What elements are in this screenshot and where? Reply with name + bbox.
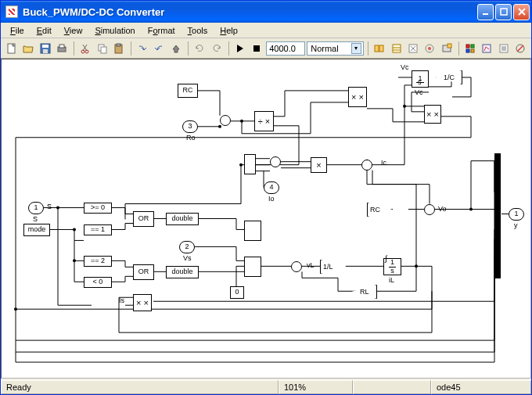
svg-rect-28 bbox=[448, 44, 451, 48]
vl-label: vL bbox=[307, 261, 315, 269]
or-block-2[interactable]: OR bbox=[133, 264, 154, 280]
svg-point-26 bbox=[428, 47, 431, 50]
svg-rect-31 bbox=[466, 49, 469, 52]
dropdown-arrow-icon: ▾ bbox=[351, 43, 361, 54]
inport-io-label: Io bbox=[268, 195, 275, 203]
const-zero[interactable]: 0 bbox=[230, 286, 244, 299]
status-ready: Ready bbox=[1, 380, 279, 394]
inport-s[interactable]: 1 bbox=[28, 202, 44, 214]
product-block-1[interactable]: × × bbox=[348, 87, 367, 107]
stop-time-input[interactable] bbox=[266, 41, 305, 56]
copy-button[interactable] bbox=[95, 40, 110, 57]
tb-icon-9[interactable] bbox=[513, 40, 528, 57]
sum-mid[interactable] bbox=[270, 156, 281, 167]
tb-icon-7[interactable] bbox=[480, 40, 494, 57]
new-button[interactable] bbox=[4, 40, 19, 57]
save-button[interactable] bbox=[38, 40, 52, 57]
tb-icon-5[interactable] bbox=[439, 40, 454, 57]
divide-block[interactable]: ÷ × bbox=[254, 111, 274, 131]
vc-top-label: Vc bbox=[401, 63, 409, 71]
tb-icon-2[interactable] bbox=[389, 40, 404, 57]
compare-eq2[interactable]: == 2 bbox=[84, 256, 112, 267]
ic-label: Ic bbox=[381, 159, 386, 167]
svg-rect-7 bbox=[43, 49, 48, 53]
product-is[interactable]: × × bbox=[133, 294, 152, 311]
tb-icon-8[interactable] bbox=[496, 40, 511, 57]
svg-rect-17 bbox=[117, 44, 120, 46]
tb-icon-4[interactable] bbox=[422, 40, 437, 57]
compare-lt0[interactable]: < 0 bbox=[84, 277, 112, 288]
inport-ro[interactable]: 3 bbox=[182, 120, 198, 133]
inport-ro-label: Ro bbox=[186, 134, 196, 142]
inport-vs[interactable]: 2 bbox=[179, 241, 195, 253]
switch-block-1[interactable] bbox=[244, 154, 256, 174]
svg-rect-9 bbox=[59, 45, 64, 48]
switch-block-2[interactable] bbox=[244, 221, 261, 241]
svg-point-47 bbox=[56, 206, 59, 210]
find-button[interactable] bbox=[209, 40, 224, 57]
integrator-vc-denom: s bbox=[418, 78, 422, 86]
product-block-2[interactable]: × × bbox=[424, 105, 441, 124]
sum-vl[interactable] bbox=[291, 261, 302, 272]
status-zoom: 101% bbox=[279, 380, 353, 394]
const-rc-block[interactable]: RC bbox=[178, 84, 198, 98]
svg-point-48 bbox=[14, 307, 17, 311]
menu-file[interactable]: File bbox=[4, 24, 31, 37]
sum-block-top[interactable] bbox=[220, 115, 231, 126]
svg-point-46 bbox=[73, 259, 76, 262]
menu-tools[interactable]: Tools bbox=[182, 24, 214, 37]
close-button[interactable] bbox=[513, 4, 530, 20]
svg-rect-33 bbox=[483, 45, 491, 52]
switch-block-3[interactable] bbox=[244, 257, 261, 277]
maximize-button[interactable] bbox=[495, 4, 512, 20]
inport-s-label: S bbox=[33, 215, 38, 223]
statusbar: Ready 101% ode45 bbox=[1, 379, 531, 394]
cut-button[interactable] bbox=[78, 40, 93, 57]
window-title: Buck_PWM/DC-DC Converter bbox=[23, 6, 477, 18]
simulation-mode-select[interactable]: Normal ▾ bbox=[307, 41, 363, 56]
svg-point-40 bbox=[218, 125, 221, 128]
refresh-button[interactable] bbox=[192, 40, 207, 57]
tb-icon-3[interactable] bbox=[405, 40, 420, 57]
minimize-button[interactable] bbox=[477, 4, 494, 20]
product-mid[interactable]: × bbox=[311, 157, 327, 173]
menu-format[interactable]: Format bbox=[142, 24, 182, 37]
gain-rl-label: RL bbox=[360, 288, 369, 296]
play-button[interactable] bbox=[232, 40, 247, 57]
nav-up-button[interactable] bbox=[168, 40, 183, 57]
outport-y[interactable]: 1 bbox=[509, 208, 524, 221]
menu-view[interactable]: View bbox=[58, 24, 89, 37]
double-block-2[interactable]: double bbox=[166, 266, 199, 278]
undo-button[interactable] bbox=[135, 40, 150, 57]
compare-eq1[interactable]: == 1 bbox=[84, 224, 112, 235]
svg-rect-1 bbox=[501, 9, 507, 15]
svg-rect-21 bbox=[393, 45, 401, 52]
app-window: Buck_PWM/DC-DC Converter File Edit View … bbox=[0, 0, 532, 395]
vo-label: Vo bbox=[438, 205, 447, 213]
menu-edit[interactable]: Edit bbox=[31, 24, 58, 37]
tb-icon-1[interactable] bbox=[372, 40, 386, 57]
compare-ge0[interactable]: >= 0 bbox=[84, 203, 112, 214]
inport-io[interactable]: 4 bbox=[264, 181, 279, 194]
sum-ic[interactable] bbox=[361, 160, 372, 171]
menu-simulation[interactable]: Simulation bbox=[88, 24, 141, 37]
svg-rect-32 bbox=[471, 49, 474, 52]
print-button[interactable] bbox=[54, 40, 69, 57]
app-icon bbox=[5, 5, 18, 18]
double-block-1[interactable]: double bbox=[166, 213, 199, 225]
redo-button[interactable] bbox=[152, 40, 167, 57]
sum-vo[interactable] bbox=[424, 204, 435, 215]
svg-point-44 bbox=[469, 208, 473, 211]
mux-block[interactable] bbox=[494, 153, 501, 278]
paste-button[interactable] bbox=[111, 40, 126, 57]
il-label: iL bbox=[389, 276, 394, 284]
open-button[interactable] bbox=[20, 40, 35, 57]
inport-mode[interactable]: mode bbox=[23, 224, 50, 236]
or-block-1[interactable]: OR bbox=[133, 211, 154, 227]
menu-help[interactable]: Help bbox=[214, 24, 244, 37]
wires-layer bbox=[2, 59, 530, 378]
tb-icon-6[interactable] bbox=[462, 40, 477, 57]
svg-rect-37 bbox=[501, 46, 506, 51]
model-canvas[interactable]: RC 3 Ro ÷ × × × × × 1 s Vc Vc 1/C Ic × 4… bbox=[1, 59, 531, 379]
stop-button[interactable] bbox=[250, 40, 264, 57]
